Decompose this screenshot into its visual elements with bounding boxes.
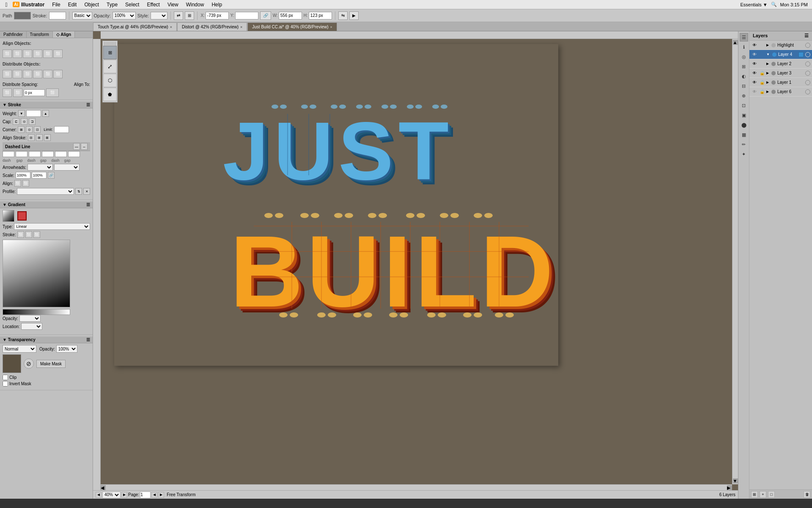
- mask-thumb-left[interactable]: [3, 354, 21, 373]
- menu-select[interactable]: Select: [122, 1, 143, 8]
- gap2-input[interactable]: [42, 151, 54, 157]
- page-prev-btn[interactable]: ◀: [96, 492, 102, 498]
- menu-view[interactable]: View: [164, 1, 182, 8]
- opacity-select[interactable]: 100%: [112, 12, 136, 19]
- stroke-color[interactable]: [49, 12, 66, 19]
- stroke-opt1-btn[interactable]: ⬜: [17, 231, 24, 238]
- layer-3-lock[interactable]: 🔒: [759, 71, 765, 75]
- menu-object[interactable]: Object: [81, 1, 102, 8]
- dist-center-h-btn[interactable]: ⬜: [43, 70, 52, 78]
- layer-1[interactable]: 👁 🔒 ▶ Layer 1: [749, 78, 812, 87]
- layer-6[interactable]: 👁 🔒 ▶ Layer 6: [749, 87, 812, 97]
- cap-butt-btn[interactable]: ⊏: [13, 118, 19, 125]
- layer-6-lock[interactable]: 🔒: [759, 89, 765, 94]
- nav-appearance-btn[interactable]: ◎: [740, 52, 748, 61]
- scale-end-input[interactable]: [32, 172, 47, 179]
- close-tab-1[interactable]: ×: [240, 25, 242, 29]
- layer-highlight-vis[interactable]: 👁: [751, 43, 758, 47]
- tab-align[interactable]: ◇ Align: [53, 31, 75, 38]
- arrow-start-select[interactable]: [27, 164, 53, 171]
- gradient-type-select[interactable]: Linear: [14, 223, 90, 230]
- blend-mode-select[interactable]: Normal: [3, 345, 36, 353]
- stroke-type-select[interactable]: Basic: [72, 12, 92, 19]
- tab-pathfinder[interactable]: Pathfinder: [0, 31, 27, 38]
- menu-window[interactable]: Window: [183, 1, 208, 8]
- layer-2-expand[interactable]: ▶: [766, 62, 769, 66]
- dist-bottom-btn[interactable]: ⬜: [23, 70, 32, 78]
- spacing-input[interactable]: [24, 89, 45, 96]
- nav-pathfinder-btn[interactable]: ⊕: [740, 91, 748, 100]
- menu-file[interactable]: File: [49, 1, 63, 8]
- menu-help[interactable]: Help: [208, 1, 225, 8]
- gradient-opacity-select[interactable]: [19, 315, 41, 322]
- gradient-picker[interactable]: [3, 240, 70, 307]
- dashed-opt2-btn[interactable]: --: [81, 143, 88, 150]
- gradient-swatch[interactable]: [3, 210, 14, 222]
- layer-1-vis[interactable]: 👁: [751, 80, 758, 85]
- clip-checkbox[interactable]: [3, 375, 8, 380]
- tab-distort[interactable]: Distort @ 42% (RGB/Preview) ×: [177, 22, 247, 31]
- h-input[interactable]: [309, 12, 332, 19]
- stroke-menu-btn[interactable]: ☰: [86, 102, 90, 107]
- corner-bevel-btn[interactable]: ⊡: [34, 126, 41, 133]
- perspective-btn[interactable]: ⬟: [103, 88, 117, 101]
- dist-space-h-btn[interactable]: ⬜: [3, 88, 12, 97]
- apple-menu[interactable]: : [0, 1, 13, 8]
- layers-menu-btn[interactable]: ☰: [804, 33, 809, 39]
- make-clip-mask-btn[interactable]: ⊞: [751, 491, 758, 498]
- w-input[interactable]: [279, 12, 302, 19]
- dist-space-v-btn[interactable]: ⬜: [13, 88, 22, 97]
- align-left2-btn[interactable]: ⬜: [14, 180, 21, 187]
- make-mask-btn[interactable]: Make Mask: [36, 360, 66, 368]
- dashed-opt1-btn[interactable]: —: [73, 143, 80, 150]
- active-swatch[interactable]: [17, 211, 27, 221]
- gradient-location-select[interactable]: [21, 323, 42, 330]
- layer-4-vis[interactable]: 👁: [751, 52, 758, 57]
- dashed-title[interactable]: Dashed Line — --: [3, 142, 90, 151]
- transform-options-btn[interactable]: ⇋: [338, 11, 348, 20]
- layer-6-vis[interactable]: 👁: [751, 89, 758, 94]
- layer-3[interactable]: 👁 🔒 ▶ Layer 3: [749, 69, 812, 78]
- scroll-h[interactable]: ◀ ▶: [101, 484, 732, 490]
- align-right2-btn[interactable]: ⬜: [22, 180, 29, 187]
- gradient-bar[interactable]: [3, 309, 70, 315]
- layer-1-target[interactable]: [805, 80, 810, 85]
- cap-round-btn[interactable]: ⊙: [21, 118, 27, 125]
- search-icon[interactable]: 🔍: [771, 2, 777, 7]
- nav-gradient-btn[interactable]: ▣: [740, 111, 748, 119]
- weight-up-btn[interactable]: ▲: [42, 110, 49, 117]
- x-input[interactable]: [206, 12, 229, 19]
- scroll-v-up[interactable]: ▲: [733, 40, 738, 45]
- align-outside-stroke-btn[interactable]: ⊠: [44, 134, 51, 141]
- align-right-btn[interactable]: ⬜: [23, 50, 32, 58]
- weight-input[interactable]: [26, 110, 41, 117]
- align-btn[interactable]: ⊞: [185, 11, 194, 20]
- layer-4-target[interactable]: [805, 52, 810, 57]
- layer-highlight[interactable]: 👁 ▶ Highlight: [749, 41, 812, 50]
- scroll-v-down[interactable]: ▼: [733, 478, 738, 483]
- free-transform-btn[interactable]: ⊞: [103, 46, 117, 59]
- dist-right-btn[interactable]: ⬜: [53, 70, 63, 78]
- page-last-btn[interactable]: ▶: [158, 492, 164, 498]
- layer-6-target[interactable]: [805, 89, 810, 94]
- align-to-select-btn[interactable]: ⬜: [46, 88, 59, 97]
- constrain-btn[interactable]: ⤢: [103, 60, 117, 73]
- tab-just-build[interactable]: Just Build CC.ai* @ 40% (RGB/Preview) ×: [247, 22, 337, 31]
- nav-align-btn[interactable]: ⊟: [740, 82, 748, 90]
- transparency-title[interactable]: ▼ Transparency ☰: [0, 337, 93, 343]
- stroke-title[interactable]: ▼ Stroke ☰: [0, 102, 93, 108]
- stroke-opt3-btn[interactable]: ⬜: [33, 231, 40, 238]
- tab-transform[interactable]: Transform: [27, 31, 53, 38]
- menu-effect[interactable]: Effect: [143, 1, 163, 8]
- limit-input[interactable]: [54, 126, 69, 133]
- close-tab-0[interactable]: ×: [170, 25, 172, 29]
- opacity-select2[interactable]: 100%: [56, 345, 77, 353]
- gradient-menu-btn[interactable]: ☰: [86, 202, 90, 207]
- transparency-menu-btn[interactable]: ☰: [86, 337, 90, 342]
- menu-edit[interactable]: Edit: [65, 1, 80, 8]
- gap3-input[interactable]: [68, 151, 80, 157]
- align-top-btn[interactable]: ⬜: [33, 50, 42, 58]
- more-options-btn[interactable]: ▶: [349, 11, 359, 20]
- close-tab-2[interactable]: ×: [330, 25, 332, 29]
- gradient-title[interactable]: ▼ Gradient ☰: [0, 202, 93, 208]
